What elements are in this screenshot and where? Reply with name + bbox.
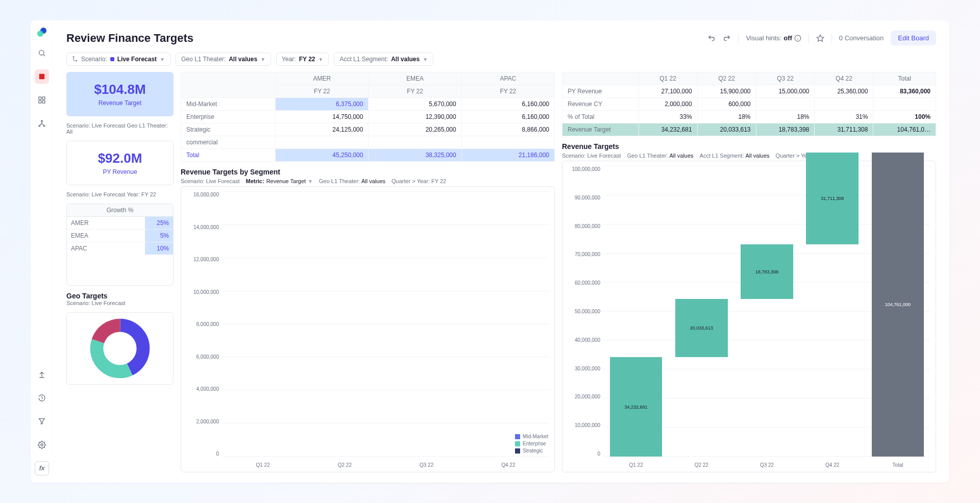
growth-meta: Scenario: Live Forecast Year: FY 22 <box>66 191 174 197</box>
share-icon[interactable] <box>35 116 49 131</box>
redo-icon[interactable] <box>723 34 731 42</box>
sidebar: fx <box>31 20 53 483</box>
chevron569-down-icon: ▼ <box>260 57 265 62</box>
filter-icon[interactable] <box>35 414 49 429</box>
svg-rect-2 <box>39 74 45 80</box>
geo-targets-title: Geo Targets <box>66 292 174 300</box>
grouped-bar-chart[interactable]: 16,000,00014,000,00012,000,00010,000,000… <box>181 186 555 472</box>
table-row[interactable]: Mid-Market6,375,0005,670,0006,160,000 <box>181 98 555 111</box>
waterfall-bar[interactable]: 34,232,681 <box>610 357 663 457</box>
branch-icon <box>72 56 78 62</box>
waterfall-bar[interactable]: 20,033,613 <box>675 299 728 357</box>
svg-rect-4 <box>42 97 45 99</box>
quarter-table[interactable]: Q1 22Q2 22Q3 22Q4 22TotalPY Revenue27,10… <box>562 72 936 136</box>
page-title: Review Finance Targets <box>66 32 193 45</box>
svg-point-9 <box>43 125 45 127</box>
table-row[interactable]: APAC10% <box>67 242 173 255</box>
svg-point-16 <box>76 60 77 61</box>
chevron-down-icon: ▼ <box>308 179 313 184</box>
edit-board-button[interactable]: Edit Board <box>891 31 936 45</box>
table-row[interactable]: Revenue CY2,000,000600,000 <box>562 98 936 111</box>
app-logo <box>37 28 46 37</box>
growth-table[interactable]: Growth % AMER25%EMEA5%APAC10% <box>66 204 174 286</box>
chart1-title: Revenue Targets by Segment <box>181 168 555 176</box>
segment-region-table[interactable]: AMEREMEAAPACFY 22FY 22FY 22Mid-Market6,3… <box>181 72 555 162</box>
svg-marker-14 <box>817 35 823 41</box>
table-row[interactable]: % of Total33%18%18%31%100% <box>562 111 936 123</box>
filter-chip[interactable]: Scenario:Live Forecast▼ <box>66 53 170 66</box>
svg-rect-6 <box>42 100 45 103</box>
table-row[interactable]: commercial <box>181 136 555 149</box>
svg-rect-5 <box>39 100 41 103</box>
filter-chip[interactable]: Year:FY 22▼ <box>276 53 329 66</box>
donut-icon <box>89 318 151 379</box>
undo-icon[interactable] <box>707 34 716 42</box>
filter-chip[interactable]: Acct L1 Segment:All values▼ <box>334 53 433 66</box>
upload-icon[interactable] <box>35 367 49 382</box>
chevron569-down-icon: ▼ <box>318 57 324 62</box>
waterfall-bar[interactable]: 31,711,308 <box>806 153 859 244</box>
info-icon <box>794 35 801 42</box>
chart2-title: Revenue Targets <box>562 142 936 150</box>
svg-point-10 <box>41 444 43 446</box>
search-icon[interactable] <box>35 46 49 60</box>
waterfall-bar[interactable]: 18,783,398 <box>741 244 793 299</box>
table-row[interactable]: Enterprise14,750,00012,390,0006,160,000 <box>181 111 555 123</box>
kpi-revenue-target[interactable]: $104.8M Revenue Target <box>66 72 174 116</box>
svg-point-0 <box>39 51 44 55</box>
svg-point-7 <box>41 120 43 122</box>
waterfall-chart[interactable]: 100,000,00090,000,00080,000,00070,000,00… <box>562 161 936 472</box>
settings-icon[interactable] <box>35 438 49 452</box>
history-icon[interactable] <box>35 391 49 405</box>
function-icon[interactable]: fx <box>35 461 49 475</box>
table-row[interactable]: PY Revenue27,100,00015,900,00015,000,000… <box>562 85 936 98</box>
table-row[interactable]: Revenue Target34,232,68120,033,61318,783… <box>562 123 936 136</box>
svg-line-1 <box>43 55 45 56</box>
star-icon[interactable] <box>816 34 824 42</box>
table-row[interactable]: EMEA5% <box>67 230 173 242</box>
table-row[interactable]: Total45,250,00038,325,00021,186,000 <box>181 149 555 162</box>
chevron569-down-icon: ▼ <box>423 57 428 62</box>
chart-legend: Mid-MarketEnterpriseStrategic <box>515 432 548 454</box>
chevron569-down-icon: ▼ <box>160 57 165 62</box>
apps-icon[interactable] <box>35 93 49 107</box>
visual-hints-toggle[interactable]: Visual hints: off <box>746 34 801 42</box>
svg-rect-3 <box>39 97 41 99</box>
metric-dropdown[interactable]: Metric: Revenue Target ▼ <box>246 178 313 184</box>
svg-point-19 <box>97 325 143 372</box>
filter-chip[interactable]: Geo L1 Theater:All values▼ <box>176 53 271 66</box>
kpi-meta: Scenario: Live Forecast Geo L1 Theater: … <box>66 122 174 135</box>
filter-bar: Scenario:Live Forecast▼Geo L1 Theater:Al… <box>66 53 936 66</box>
geo-donut-chart[interactable] <box>66 312 174 385</box>
board-icon[interactable] <box>35 69 49 84</box>
svg-point-8 <box>39 125 40 127</box>
waterfall-bar[interactable]: 104,761,000 <box>872 153 924 457</box>
conversation-button[interactable]: 0 Conversation <box>839 34 884 42</box>
table-row[interactable]: Strategic24,125,00020,265,0008,866,000 <box>181 123 555 136</box>
kpi-py-revenue[interactable]: $92.0M PY Revenue <box>66 141 174 185</box>
main-panel: Review Finance Targets Visual hints: off… <box>53 20 949 483</box>
table-row[interactable]: AMER25% <box>67 217 173 230</box>
